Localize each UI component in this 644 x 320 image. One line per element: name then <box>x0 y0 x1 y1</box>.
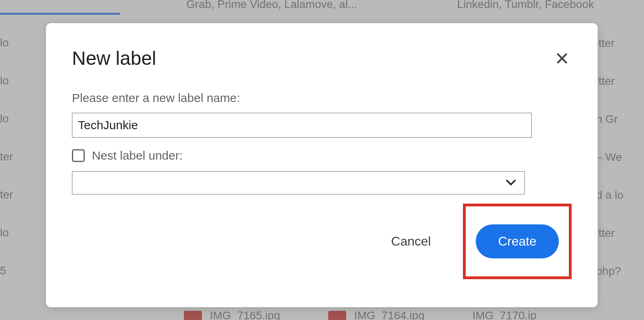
close-button[interactable] <box>552 49 572 68</box>
nest-label-text: Nest label under: <box>92 149 183 162</box>
create-button[interactable]: Create <box>476 224 559 258</box>
close-icon <box>554 50 570 66</box>
new-label-dialog: New label Please enter a new label name:… <box>46 23 598 307</box>
parent-label-select[interactable] <box>72 171 525 194</box>
cancel-button[interactable]: Cancel <box>391 234 431 249</box>
label-name-input[interactable] <box>72 113 532 138</box>
label-name-prompt: Please enter a new label name: <box>72 91 572 105</box>
dialog-title: New label <box>72 47 156 69</box>
create-button-highlight: Create <box>463 204 572 279</box>
nest-checkbox[interactable] <box>72 149 85 162</box>
